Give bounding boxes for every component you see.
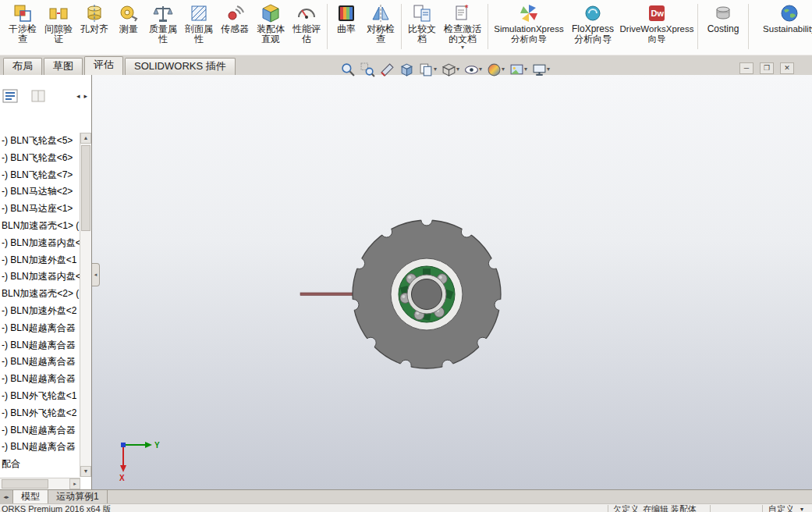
graphics-viewport[interactable]: Y X: [92, 75, 812, 489]
tab-sketch[interactable]: 草图: [44, 58, 83, 75]
simulationxpress-icon: [519, 3, 539, 23]
dropdown-arrow-icon[interactable]: ▾: [502, 66, 505, 73]
orientation-triad: Y X: [119, 441, 160, 482]
tree-vertical-scrollbar[interactable]: ▲ ▼: [80, 133, 91, 477]
performance-evaluation-button[interactable]: 性能评估: [289, 2, 324, 45]
featuremanager-tree-icon[interactable]: [2, 88, 18, 104]
tree-item[interactable]: -) BLN外飞轮盘<2: [0, 405, 80, 422]
scroll-right-icon[interactable]: ▸: [69, 478, 80, 489]
tree-item[interactable]: BLN加速器壳<2> (: [0, 286, 80, 303]
view-orientation-button[interactable]: [397, 62, 417, 78]
scroll-up-icon[interactable]: ▲: [80, 133, 91, 144]
display-pane-icon[interactable]: [30, 88, 46, 104]
minimize-window-icon[interactable]: ─: [739, 62, 753, 74]
dropdown-arrow-icon[interactable]: ▾: [524, 66, 527, 73]
dropdown-arrow-icon[interactable]: ▾: [547, 66, 550, 73]
clearance-verification-button[interactable]: 间隙验证: [41, 2, 76, 45]
scroll-down-icon[interactable]: ▼: [80, 466, 91, 477]
tab-solidworks-addins[interactable]: SOLIDWORKS 插件: [125, 58, 236, 75]
zoom-fit-button[interactable]: [339, 62, 358, 78]
shaft-model[interactable]: [300, 293, 354, 296]
tree-item[interactable]: -) BLN超越离合器: [0, 371, 80, 388]
panel-collapse-handle[interactable]: ◂: [92, 263, 100, 286]
restore-window-icon[interactable]: ❐: [760, 62, 774, 74]
view-settings-button[interactable]: ▾: [530, 62, 552, 78]
sustainability-button[interactable]: Sustainability: [751, 2, 812, 35]
display-pages-button[interactable]: ▾: [417, 62, 439, 78]
dropdown-arrow-icon[interactable]: ▾: [479, 66, 482, 73]
edit-mode-text: 在编辑 装配体: [643, 504, 697, 512]
symmetry-check-button[interactable]: 对称检查: [363, 2, 399, 45]
tree-item[interactable]: -) BLN超越离合器: [0, 354, 80, 371]
close-window-icon[interactable]: ✕: [780, 62, 794, 74]
edit-appearance-button[interactable]: ▾: [484, 62, 507, 78]
costing-button[interactable]: Costing: [700, 2, 746, 35]
tree-horizontal-scrollbar[interactable]: ▸: [0, 478, 80, 489]
sensor-button[interactable]: 传感器: [217, 2, 253, 35]
tab-motion-study-1[interactable]: 运动算例1: [48, 490, 108, 503]
symmetry-check-icon: [371, 3, 391, 23]
display-style-icon: [441, 62, 456, 77]
scrollbar-thumb[interactable]: [2, 479, 48, 489]
measure-button[interactable]: 测量: [112, 2, 145, 35]
tree-item[interactable]: -) BLN飞轮盘<7>: [0, 167, 80, 184]
pane-left-arrow-icon[interactable]: ◂: [76, 92, 80, 100]
ribbon-button-label: 对称检查: [363, 24, 398, 44]
tree-item[interactable]: -) BLN超越离合器: [0, 439, 80, 456]
dropdown-arrow-icon[interactable]: ▾: [461, 44, 464, 51]
definition-state-text: 欠定义: [613, 504, 639, 512]
tree-item[interactable]: -) BLN加速外盘<2: [0, 303, 80, 320]
tree-item[interactable]: -) BLN外飞轮盘<1: [0, 388, 80, 405]
tree-item[interactable]: -) BLN加速外盘<1: [0, 252, 80, 269]
custom-dropdown-arrow-icon[interactable]: ▾: [800, 504, 803, 512]
assembly-visualization-button[interactable]: 装配体直观: [253, 2, 289, 45]
study-tabs-scroll-button[interactable]: ◂▸: [0, 490, 13, 503]
tab-model[interactable]: 模型: [13, 490, 48, 503]
hole-alignment-button[interactable]: 孔对齐: [76, 2, 112, 35]
tree-item[interactable]: -) BLN飞轮盘<6>: [0, 150, 80, 167]
tree-item[interactable]: -) BLN超越离合器: [0, 422, 80, 439]
command-ribbon: 干涉检查 间隙验证 孔对齐 测量 质量属性 剖面属性 传感器 装: [0, 0, 812, 55]
tree-item[interactable]: -) BLN马达轴<2>: [0, 183, 80, 201]
svg-text:Dw: Dw: [651, 9, 665, 18]
tree-item[interactable]: -) BLN加速器内盘<: [0, 235, 80, 252]
tree-item[interactable]: -) BLN超越离合器: [0, 337, 80, 354]
apply-scene-button[interactable]: ▾: [507, 62, 530, 78]
tree-item[interactable]: -) BLN马达座<1>: [0, 201, 80, 218]
tree-item[interactable]: -) BLN飞轮盘<5>: [0, 133, 80, 150]
tree-item[interactable]: 配合: [0, 456, 80, 473]
dropdown-arrow-icon[interactable]: ▾: [456, 66, 459, 73]
ribbon-button-label: Sustainability: [763, 24, 812, 34]
ribbon-button-label: 剖面属性: [182, 24, 216, 44]
dropdown-arrow-icon[interactable]: ▾: [434, 66, 437, 73]
tree-item[interactable]: -) BLN加速器内盘<: [0, 268, 80, 286]
driveworksxpress-button[interactable]: Dw DriveWorksXpress 向导: [619, 2, 695, 45]
tree-item[interactable]: -) BLN超越离合器: [0, 320, 80, 337]
ribbon-button-label: 干涉检查: [5, 24, 40, 44]
flywheel-model[interactable]: [348, 215, 505, 371]
compare-documents-button[interactable]: 比较文档: [404, 2, 440, 45]
hide-show-items-button[interactable]: ▾: [462, 62, 484, 78]
tree-item[interactable]: BLN加速器壳<1> (: [0, 218, 80, 235]
display-style-button[interactable]: ▾: [439, 62, 462, 78]
interference-detection-button[interactable]: 干涉检查: [5, 2, 41, 45]
ribbon-button-label: 孔对齐: [80, 24, 108, 34]
curvature-button[interactable]: 曲率: [330, 2, 363, 35]
section-properties-button[interactable]: 剖面属性: [181, 2, 217, 45]
svg-text:*: *: [465, 3, 469, 12]
check-active-document-button[interactable]: * 检查激活的文档 ▾: [440, 2, 485, 52]
custom-status-button[interactable]: 自定义: [768, 504, 794, 512]
simulationxpress-button[interactable]: SimulationXpress 分析向导: [491, 2, 567, 45]
tab-layout[interactable]: 布局: [3, 58, 42, 75]
section-view-button[interactable]: [378, 62, 397, 78]
apply-scene-icon: [509, 62, 524, 77]
zoom-area-button[interactable]: [358, 62, 378, 78]
mass-properties-button[interactable]: 质量属性: [145, 2, 181, 45]
floxpress-button[interactable]: FloXpress 分析向导: [567, 2, 619, 45]
heads-up-view-toolbar: ▾ ▾ ▾ ▾ ▾ ▾: [339, 60, 552, 79]
ribbon-button-label: 比较文档: [405, 24, 439, 44]
pane-right-arrow-icon[interactable]: ▸: [83, 92, 87, 100]
tab-evaluate[interactable]: 评估: [84, 56, 123, 75]
ribbon-separator: [697, 4, 698, 49]
scrollbar-thumb[interactable]: [81, 145, 90, 231]
